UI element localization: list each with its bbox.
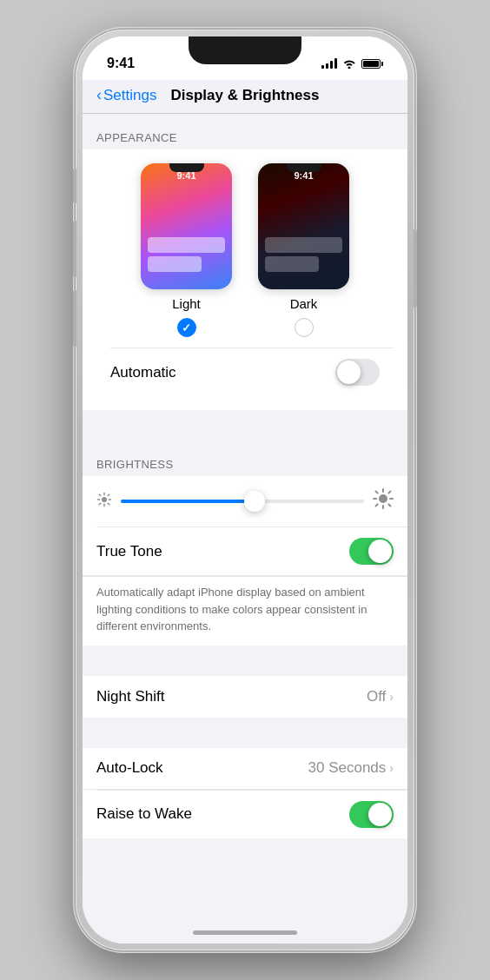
svg-line-7 — [99, 503, 101, 505]
appearance-section-header: APPEARANCE — [83, 114, 407, 149]
true-tone-label: True Tone — [96, 543, 349, 560]
raise-to-wake-row: Raise to Wake — [83, 791, 407, 838]
status-icons — [321, 58, 383, 69]
brightness-slider-row — [83, 476, 407, 526]
night-shift-label: Night Shift — [96, 688, 367, 705]
volume-up-button[interactable] — [73, 221, 76, 277]
auto-lock-chevron: › — [389, 761, 394, 775]
section-gap-3 — [83, 718, 407, 748]
auto-lock-row[interactable]: Auto-Lock 30 Seconds › — [83, 748, 407, 790]
dark-label: Dark — [290, 296, 318, 311]
brightness-fill — [121, 500, 255, 503]
battery-icon — [361, 59, 383, 69]
light-preview-time: 9:41 — [141, 170, 232, 181]
brightness-section-header: BRIGHTNESS — [83, 440, 407, 476]
svg-line-8 — [108, 494, 109, 496]
automatic-label: Automatic — [110, 364, 335, 381]
preview-bar-2 — [148, 256, 202, 272]
signal-icon — [321, 58, 337, 69]
notch — [189, 36, 301, 64]
light-label: Light — [172, 296, 201, 311]
dark-radio[interactable] — [295, 318, 314, 337]
night-shift-card: Night Shift Off › — [83, 676, 407, 718]
brightness-thumb[interactable] — [244, 491, 265, 512]
night-shift-chevron: › — [389, 690, 394, 704]
auto-lock-label: Auto-Lock — [96, 759, 308, 777]
appearance-card: 9:41 Light — [83, 149, 407, 410]
svg-line-5 — [99, 494, 101, 496]
settings-content: APPEARANCE 9:41 — [83, 114, 407, 934]
status-time: 9:41 — [107, 56, 135, 71]
brightness-low-icon — [96, 492, 112, 511]
svg-line-15 — [388, 504, 390, 506]
phone-frame: 9:41 — [76, 30, 414, 950]
night-shift-row[interactable]: Night Shift Off › — [83, 676, 407, 718]
page-title: Display & Brightness — [166, 87, 324, 104]
raise-to-wake-label: Raise to Wake — [96, 805, 349, 823]
true-tone-description: Automatically adapt iPhone display based… — [83, 576, 407, 646]
section-gap-2 — [83, 646, 407, 676]
dark-preview-bar-1 — [265, 237, 342, 253]
brightness-row — [96, 488, 394, 514]
wifi-icon — [342, 58, 356, 69]
back-label: Settings — [103, 87, 156, 104]
light-radio[interactable] — [177, 318, 196, 337]
status-bar: 9:41 — [83, 36, 407, 80]
svg-line-16 — [376, 504, 378, 506]
true-tone-toggle[interactable] — [349, 538, 394, 565]
night-shift-value: Off — [367, 688, 386, 705]
volume-down-button[interactable] — [73, 290, 76, 347]
automatic-toggle-knob — [337, 361, 361, 384]
svg-point-9 — [379, 494, 387, 503]
section-gap-1 — [83, 410, 407, 440]
back-button[interactable]: ‹ Settings — [96, 87, 166, 104]
brightness-slider[interactable] — [121, 500, 364, 503]
svg-line-17 — [388, 492, 390, 493]
appearance-options: 9:41 Light — [96, 163, 394, 337]
brightness-high-icon — [373, 488, 394, 514]
true-tone-knob — [368, 540, 392, 563]
bottom-spacer — [83, 838, 407, 891]
raise-to-wake-knob — [368, 803, 392, 826]
mute-button[interactable] — [73, 169, 76, 203]
phone-screen: 9:41 — [83, 36, 407, 944]
nav-bar: ‹ Settings Display & Brightness — [83, 80, 407, 114]
screen-content: 9:41 — [83, 36, 407, 944]
dark-preview-bar-2 — [265, 256, 319, 272]
svg-line-14 — [376, 492, 378, 493]
dark-preview: 9:41 — [258, 163, 349, 289]
bottom-card: Auto-Lock 30 Seconds › Raise to Wake — [83, 748, 407, 838]
auto-lock-value: 30 Seconds — [308, 759, 387, 777]
preview-bar-1 — [148, 237, 225, 253]
light-preview-bars — [148, 237, 225, 272]
svg-line-6 — [108, 503, 109, 505]
dark-preview-bars — [265, 237, 342, 272]
power-button[interactable] — [414, 229, 417, 308]
dark-appearance-option[interactable]: 9:41 Dark — [258, 163, 349, 337]
brightness-card: True Tone Automatically adapt iPhone dis… — [83, 476, 407, 646]
dark-preview-time: 9:41 — [258, 170, 349, 181]
light-appearance-option[interactable]: 9:41 Light — [141, 163, 232, 337]
home-indicator[interactable] — [193, 930, 297, 935]
raise-to-wake-toggle[interactable] — [349, 801, 394, 828]
automatic-toggle[interactable] — [335, 359, 380, 386]
back-chevron-icon: ‹ — [96, 86, 102, 104]
true-tone-row: True Tone — [83, 527, 407, 576]
svg-point-0 — [102, 497, 107, 502]
light-preview: 9:41 — [141, 163, 232, 289]
automatic-row: Automatic — [96, 348, 394, 396]
